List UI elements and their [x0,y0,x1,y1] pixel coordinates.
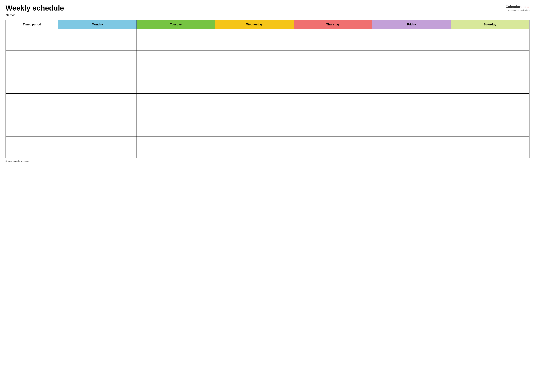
table-cell[interactable] [58,83,137,93]
table-cell[interactable] [6,104,58,115]
table-cell[interactable] [58,126,137,136]
table-cell[interactable] [372,40,451,51]
table-cell[interactable] [294,29,372,40]
table-cell[interactable] [451,72,529,83]
table-cell[interactable] [58,93,137,104]
table-cell[interactable] [294,72,372,83]
table-cell[interactable] [451,104,529,115]
table-cell[interactable] [58,40,137,51]
table-cell[interactable] [136,51,215,61]
table-cell[interactable] [215,72,294,83]
table-cell[interactable] [215,136,294,147]
table-cell[interactable] [58,61,137,72]
table-row [6,61,529,72]
table-cell[interactable] [372,136,451,147]
table-row [6,40,529,51]
footer: © www.calendarpedia.com [5,160,530,163]
table-cell[interactable] [215,29,294,40]
table-cell[interactable] [6,93,58,104]
table-cell[interactable] [215,61,294,72]
logo-calendar: Calendar [506,5,521,9]
footer-url: © www.calendarpedia.com [5,160,30,163]
table-cell[interactable] [136,40,215,51]
table-cell[interactable] [6,83,58,93]
logo-tagline: Your source for calendars [508,9,530,11]
table-cell[interactable] [58,147,137,158]
table-cell[interactable] [451,126,529,136]
table-cell[interactable] [215,147,294,158]
table-cell[interactable] [372,93,451,104]
table-cell[interactable] [294,136,372,147]
table-cell[interactable] [451,61,529,72]
table-cell[interactable] [6,29,58,40]
table-cell[interactable] [6,40,58,51]
table-cell[interactable] [136,93,215,104]
top-section: Weekly schedule Name: Calendarpedia Your… [5,4,530,17]
table-cell[interactable] [294,104,372,115]
col-header-tuesday: Tuesday [136,20,215,29]
header-row: Time / period Monday Tuesday Wednesday T… [6,20,529,29]
table-cell[interactable] [6,61,58,72]
table-cell[interactable] [136,61,215,72]
table-cell[interactable] [215,40,294,51]
table-cell[interactable] [58,104,137,115]
table-cell[interactable] [58,29,137,40]
table-cell[interactable] [136,115,215,126]
table-cell[interactable] [372,83,451,93]
col-header-time: Time / period [6,20,58,29]
table-cell[interactable] [6,115,58,126]
table-cell[interactable] [372,147,451,158]
table-cell[interactable] [6,126,58,136]
table-cell[interactable] [6,51,58,61]
table-cell[interactable] [6,147,58,158]
table-cell[interactable] [294,126,372,136]
logo-text: Calendarpedia [506,5,530,9]
table-cell[interactable] [136,72,215,83]
table-cell[interactable] [136,104,215,115]
table-cell[interactable] [451,83,529,93]
name-label: Name: [5,14,64,17]
table-cell[interactable] [294,51,372,61]
table-cell[interactable] [58,115,137,126]
table-cell[interactable] [372,104,451,115]
table-cell[interactable] [215,104,294,115]
table-cell[interactable] [136,126,215,136]
col-header-monday: Monday [58,20,137,29]
table-cell[interactable] [294,61,372,72]
table-cell[interactable] [136,83,215,93]
table-cell[interactable] [451,136,529,147]
table-cell[interactable] [372,29,451,40]
table-cell[interactable] [294,115,372,126]
table-cell[interactable] [58,72,137,83]
table-cell[interactable] [372,115,451,126]
table-cell[interactable] [136,147,215,158]
table-cell[interactable] [451,51,529,61]
table-cell[interactable] [215,115,294,126]
table-cell[interactable] [294,40,372,51]
col-header-wednesday: Wednesday [215,20,294,29]
table-cell[interactable] [372,72,451,83]
table-cell[interactable] [372,61,451,72]
table-cell[interactable] [136,29,215,40]
table-row [6,83,529,93]
table-cell[interactable] [451,40,529,51]
table-cell[interactable] [294,147,372,158]
table-cell[interactable] [451,115,529,126]
table-cell[interactable] [58,51,137,61]
table-cell[interactable] [6,72,58,83]
table-cell[interactable] [6,136,58,147]
table-cell[interactable] [215,126,294,136]
table-cell[interactable] [215,93,294,104]
table-cell[interactable] [294,93,372,104]
table-cell[interactable] [215,83,294,93]
table-cell[interactable] [451,147,529,158]
table-cell[interactable] [372,51,451,61]
table-cell[interactable] [372,126,451,136]
table-cell[interactable] [451,29,529,40]
table-cell[interactable] [451,93,529,104]
table-cell[interactable] [136,136,215,147]
table-cell[interactable] [215,51,294,61]
table-cell[interactable] [58,136,137,147]
table-cell[interactable] [294,83,372,93]
table-row [6,72,529,83]
